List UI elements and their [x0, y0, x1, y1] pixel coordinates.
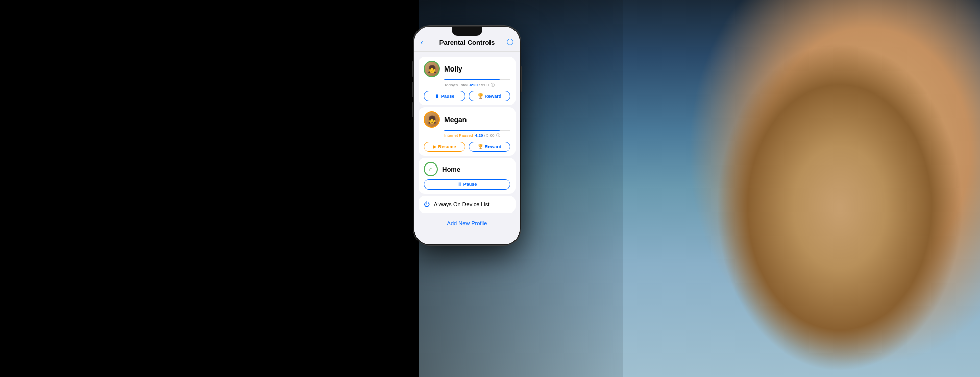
status-label-megan: Internet Paused [444, 133, 473, 138]
avatar-megan: 👧 [424, 111, 440, 128]
profile-header-molly: 👧 Molly [424, 61, 510, 77]
pause-button-molly[interactable]: ⏸ Pause [424, 91, 465, 101]
app-content: ‹ Parental Controls ⓘ 👧 Molly [414, 27, 520, 244]
profile-name-megan: Megan [444, 115, 510, 124]
profile-header-megan: 👧 Megan [424, 111, 510, 128]
power-icon: ⏻ [424, 201, 430, 208]
phone-screen: ‹ Parental Controls ⓘ 👧 Molly [414, 27, 520, 244]
time-used-molly: 4:20 [470, 83, 478, 87]
time-label-molly: Today's Total [444, 83, 468, 87]
back-button[interactable]: ‹ [421, 38, 431, 46]
profile-card-megan: 👧 Megan Internet Paused 4:20 / 5:00 ⓘ [419, 107, 516, 156]
pause-icon-molly: ⏸ [435, 93, 439, 99]
home-header: ⌂ Home [424, 162, 510, 176]
progress-bar-megan [444, 130, 510, 131]
time-limit-molly: / 5:00 [479, 83, 489, 87]
reward-button-megan[interactable]: 🏆 Reward [469, 142, 510, 152]
profile-list[interactable]: 👧 Molly Today's Total 4:20 / 5:00 ⓘ [414, 52, 520, 244]
resume-label-megan: Resume [438, 144, 456, 149]
progress-fill-megan [444, 130, 500, 131]
pause-label-molly: Pause [441, 93, 455, 99]
avatar-molly: 👧 [424, 61, 440, 77]
time-row-megan: Internet Paused 4:20 / 5:00 ⓘ [444, 133, 510, 138]
home-card: ⌂ Home ⏸ Pause [419, 158, 516, 194]
home-pause-label: Pause [463, 182, 477, 187]
reward-button-molly[interactable]: 🏆 Reward [469, 91, 510, 101]
add-new-profile-label: Add New Profile [447, 220, 487, 226]
always-on-device-row[interactable]: ⏻ Always On Device List [419, 196, 516, 213]
actions-megan: ▶ Resume 🏆 Reward [424, 142, 510, 152]
reward-label-molly: Reward [485, 93, 502, 99]
time-row-molly: Today's Total 4:20 / 5:00 ⓘ [444, 82, 510, 88]
time-info-icon-megan: ⓘ [496, 133, 500, 138]
add-new-profile-button[interactable]: Add New Profile [414, 215, 520, 231]
profile-card-molly: 👧 Molly Today's Total 4:20 / 5:00 ⓘ [419, 57, 516, 105]
resume-icon-megan: ▶ [433, 144, 436, 149]
info-button[interactable]: ⓘ [503, 38, 513, 47]
page-title: Parental Controls [439, 39, 495, 46]
reward-label-megan: Reward [485, 144, 502, 149]
home-pause-button[interactable]: ⏸ Pause [424, 179, 510, 190]
phone-shell: ‹ Parental Controls ⓘ 👧 Molly [413, 26, 521, 245]
progress-bar-molly [444, 79, 510, 80]
reward-icon-molly: 🏆 [478, 93, 483, 99]
phone-mockup: ‹ Parental Controls ⓘ 👧 Molly [413, 26, 521, 245]
progress-fill-molly [444, 79, 500, 80]
actions-molly: ⏸ Pause 🏆 Reward [424, 91, 510, 101]
background-left [0, 0, 419, 377]
home-icon: ⌂ [429, 166, 432, 173]
phone-notch [452, 27, 482, 36]
home-name: Home [442, 166, 460, 173]
home-icon-wrap: ⌂ [424, 162, 438, 176]
time-limit-megan: / 5:00 [484, 133, 495, 138]
resume-button-megan[interactable]: ▶ Resume [424, 142, 465, 152]
time-used-megan: 4:20 [475, 133, 483, 138]
always-on-label: Always On Device List [434, 201, 489, 207]
home-pause-icon: ⏸ [457, 182, 462, 187]
time-info-icon-molly: ⓘ [491, 82, 495, 88]
reward-icon-megan: 🏆 [478, 144, 483, 149]
profile-name-molly: Molly [444, 65, 510, 73]
